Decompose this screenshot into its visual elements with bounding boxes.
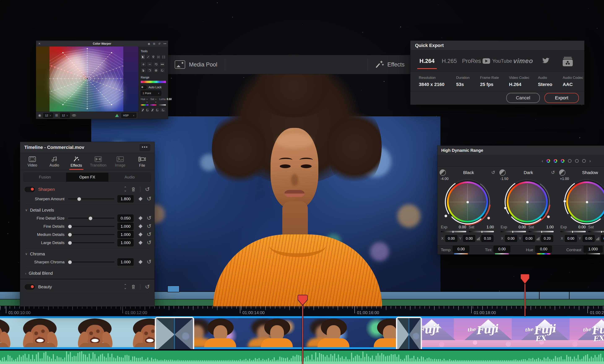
fine-detail-size-value[interactable]: 0.050 — [117, 214, 134, 222]
reorder-icon[interactable]: ⌃⌄ — [124, 187, 127, 191]
qualify-pick-button[interactable] — [141, 108, 144, 113]
cancel-button[interactable]: Cancel — [506, 93, 540, 103]
rows-dropdown[interactable]: 12∨ — [43, 113, 53, 118]
warp-tool-button[interactable] — [156, 54, 161, 59]
dial-icon[interactable] — [559, 169, 566, 176]
keyframe-icon[interactable] — [138, 240, 143, 245]
keyframe-icon[interactable] — [138, 216, 143, 220]
color-wheel[interactable] — [447, 181, 488, 223]
link-icon[interactable] — [72, 114, 76, 117]
medium-details-value[interactable]: 1.000 — [117, 231, 134, 238]
reset-icon[interactable]: ↺ — [158, 42, 160, 45]
sharpen-amount-slider[interactable] — [68, 198, 115, 199]
keyframe-icon[interactable] — [138, 224, 143, 228]
effects-button[interactable]: Effects — [368, 60, 412, 69]
exp-slider[interactable] — [501, 231, 526, 232]
qualify-reset-button[interactable] — [146, 108, 149, 113]
dial-icon[interactable] — [440, 169, 446, 176]
color-warper-canvas[interactable] — [36, 47, 138, 112]
grid-icon[interactable]: ⊞ — [55, 114, 58, 117]
chevron-right-icon[interactable]: › — [589, 159, 591, 163]
timeline-marker[interactable] — [520, 274, 529, 284]
lasso-button[interactable] — [147, 68, 152, 73]
y-value[interactable]: 0.00 — [463, 235, 475, 242]
tab-transition[interactable]: Transition — [88, 156, 109, 167]
video-clip-laughing-woman[interactable] — [0, 318, 155, 347]
reset-icon[interactable]: ↺ — [551, 170, 555, 175]
sat-mini-bar[interactable] — [150, 104, 157, 105]
marker-line[interactable] — [525, 284, 525, 316]
sharpen-chroma-value[interactable]: 1.000 — [117, 258, 134, 266]
exp-slider[interactable] — [560, 231, 586, 232]
format-h265[interactable]: H.265 — [438, 58, 460, 64]
luma-mini-bar[interactable] — [158, 104, 166, 105]
grid-icon[interactable]: ⊞ — [153, 42, 155, 45]
reset-icon[interactable]: ↺ — [147, 215, 151, 221]
reset-icon[interactable]: ↺ — [147, 224, 151, 229]
color-wheel-icon[interactable]: ◉ — [148, 42, 150, 45]
fine-detail-size-slider[interactable] — [68, 218, 115, 219]
more-options-icon[interactable]: ••• — [163, 42, 166, 45]
zone-dot-active[interactable] — [561, 159, 564, 163]
expand-tool-button[interactable] — [162, 54, 166, 59]
rotate-button[interactable] — [153, 62, 159, 67]
reset-icon[interactable]: ↺ — [147, 240, 151, 246]
sharpen-chroma-slider[interactable] — [68, 262, 115, 263]
cols-dropdown[interactable]: 12∨ — [60, 113, 70, 118]
global-blend-group[interactable]: ›Global Blend — [20, 269, 154, 277]
mesh-button[interactable] — [153, 68, 159, 73]
range-gradient-bar[interactable] — [141, 81, 166, 83]
lum-value[interactable]: 0.20 — [541, 235, 553, 242]
pick-b-button[interactable] — [151, 108, 154, 113]
panel-menu-icon[interactable]: ••• — [140, 144, 150, 151]
lum-value[interactable]: 0.10 — [481, 235, 493, 242]
playhead-line[interactable] — [302, 296, 303, 364]
large-details-value[interactable]: 1.000 — [117, 239, 134, 246]
hue-value[interactable]: 0.00 — [535, 246, 552, 253]
exp-slider[interactable] — [441, 231, 466, 232]
sharpen-amount-value[interactable]: 1.800 — [117, 195, 134, 202]
playhead-handle[interactable] — [298, 295, 308, 306]
hue-mini-bar[interactable] — [141, 104, 149, 105]
y-value[interactable]: 0.00 — [583, 235, 595, 242]
reorder-icon[interactable]: ⌃⌄ — [124, 285, 127, 289]
transition-clip[interactable] — [396, 317, 422, 352]
segment-fusion[interactable]: Fusion — [24, 173, 66, 182]
color-wheel[interactable] — [566, 181, 604, 223]
tab-audio[interactable]: Audio — [44, 156, 65, 167]
dial-icon[interactable] — [499, 169, 506, 176]
format-prores[interactable]: ProRes — [460, 58, 483, 64]
timeline-audio-waveform-track[interactable] — [0, 351, 604, 364]
detail-levels-group[interactable]: ∨Detail Levels — [20, 206, 154, 214]
timeline-ruler[interactable]: 01:00:10:0001:00:12:0001:00:14:0001:00:1… — [0, 306, 604, 316]
fine-details-value[interactable]: 1.000 — [117, 223, 134, 230]
pin-tool-button[interactable] — [151, 54, 156, 59]
contrast-value[interactable]: 1.000 — [583, 246, 603, 253]
sat-slider[interactable] — [588, 231, 604, 232]
reset-icon[interactable]: ↺ — [147, 232, 151, 237]
medium-details-slider[interactable] — [68, 234, 115, 235]
trash-icon[interactable] — [131, 187, 136, 192]
media-pool-button[interactable]: Media Pool — [167, 60, 225, 69]
reset-icon[interactable]: ↺ — [147, 259, 151, 265]
chroma-group[interactable]: ∨Chroma — [20, 250, 154, 258]
chevron-left-icon[interactable]: ‹ — [542, 159, 543, 163]
tab-image[interactable]: Image — [110, 156, 131, 167]
close-icon[interactable]: ✕ — [38, 42, 41, 45]
zone-dot[interactable] — [582, 159, 586, 163]
x-value[interactable]: 0.00 — [565, 235, 577, 242]
keyframe-icon[interactable] — [138, 232, 143, 237]
zone-dot-active[interactable] — [554, 159, 557, 163]
reset-all-button[interactable] — [160, 108, 166, 113]
transition-clip[interactable] — [155, 317, 194, 352]
beauty-enable-toggle[interactable] — [25, 284, 35, 289]
tab-file[interactable]: File — [132, 155, 153, 168]
x-value[interactable]: 0.00 — [505, 235, 517, 242]
format-twitter[interactable] — [534, 57, 557, 65]
add-point-button[interactable] — [141, 62, 146, 67]
point-count-dropdown[interactable]: 1 Point∨ — [141, 91, 161, 96]
reset-tool-button[interactable] — [160, 68, 165, 73]
large-details-slider[interactable] — [68, 242, 115, 243]
lum-value[interactable]: 0.00 — [601, 235, 604, 242]
trash-icon[interactable] — [131, 284, 136, 289]
